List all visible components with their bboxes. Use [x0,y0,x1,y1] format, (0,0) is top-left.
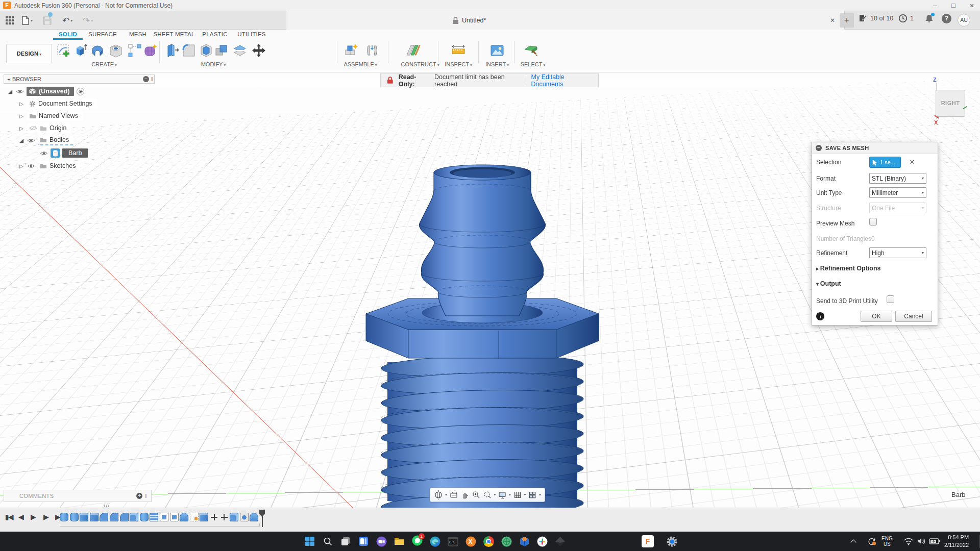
tab-plastic[interactable]: PLASTIC [202,31,227,37]
timeline-feature-cylinder[interactable] [140,513,149,521]
chevron-down-icon[interactable] [445,493,447,497]
chevron-down-icon[interactable] [509,493,511,497]
combine-button[interactable] [213,42,230,59]
timeline-feature-combine[interactable] [230,513,238,521]
create-form-button[interactable] [141,42,159,59]
timeline-feature-dome[interactable] [250,513,258,521]
chevron-down-icon[interactable] [494,493,496,497]
timeline-feature-coil[interactable] [150,513,158,521]
tab-sheet-metal[interactable]: SHEET METAL [153,31,194,37]
notifications-button[interactable] [925,14,934,24]
group-label-assemble[interactable]: ASSEMBLE [344,61,377,67]
move-copy-button[interactable] [250,42,267,59]
save-button[interactable] [43,14,52,27]
cube-modeling-app-icon[interactable] [518,535,531,548]
job-status-button[interactable]: 10 of 10 [859,14,893,22]
search-icon[interactable] [321,535,334,548]
info-icon[interactable] [816,312,824,320]
close-button[interactable] [964,0,980,11]
look-at-button[interactable] [449,490,458,499]
undo-button[interactable]: ↶▾ [62,14,72,27]
expand-icon[interactable]: ◢ [7,88,13,95]
document-tab[interactable]: Untitled* [286,11,845,30]
redo-button[interactable]: ↷▾ [83,14,93,27]
timeline-feature-fillet[interactable] [100,513,108,521]
preview-mesh-checkbox[interactable] [869,218,877,226]
diamond-app-icon[interactable] [553,535,567,548]
whatsapp-icon[interactable]: 1 [410,535,424,548]
group-label-inspect[interactable]: INSPECT [445,61,472,67]
timeline-feature-pattern[interactable] [170,513,179,521]
terminal-icon[interactable]: C:\_ [446,535,459,548]
battery-icon[interactable] [929,532,940,551]
chevron-down-icon[interactable] [539,493,541,497]
zoom-button[interactable] [472,490,481,499]
comments-grip[interactable]: ‖ [144,493,147,499]
expand-icon[interactable]: ▷ [18,101,24,107]
group-label-insert[interactable]: INSERT [485,61,509,67]
tab-solid[interactable]: SOLID [59,31,77,37]
help-button[interactable] [942,14,951,23]
timeline-step-back-button[interactable] [18,513,23,521]
visibility-eye-icon[interactable] [16,89,24,94]
green-sphere-app-icon[interactable] [500,535,513,548]
timeline-feature-extrude[interactable] [90,513,99,521]
tab-surface[interactable]: SURFACE [88,31,117,37]
orbit-button[interactable] [434,490,443,499]
visibility-off-eye-icon[interactable] [29,125,37,131]
timeline-feature-dome[interactable] [180,513,188,521]
create-sketch-button[interactable] [55,42,72,59]
insert-image-button[interactable] [488,42,506,59]
cancel-button[interactable]: Cancel [895,311,932,322]
slack-icon[interactable] [535,535,549,548]
group-label-select[interactable]: SELECT [521,61,546,67]
chrome-icon[interactable] [482,535,495,548]
wifi-icon[interactable] [903,532,914,551]
select-button[interactable] [522,42,540,59]
expand-icon[interactable]: ▷ [18,163,24,169]
dialog-collapse-icon[interactable] [816,145,822,151]
refinement-options-section[interactable]: Refinement Options [816,265,881,272]
browser-item-barb[interactable]: Barb [40,148,88,158]
rectangular-pattern-button[interactable] [126,42,143,59]
workspace-selector[interactable]: DESIGN [6,44,52,63]
timeline-feature-sketch[interactable] [190,513,199,521]
browser-header[interactable]: BROWSER ‖ [4,74,155,84]
new-tab-button[interactable] [840,13,854,28]
timeline-feature-move[interactable] [210,513,218,521]
joint-button[interactable] [363,42,381,59]
tray-expand-button[interactable] [851,532,855,551]
expand-icon[interactable]: ▷ [18,113,24,119]
browser-item-sketches[interactable]: ▷ Sketches [18,161,80,171]
viewport-canvas[interactable]: Read-Only: Document limit has been reach… [0,72,980,508]
timeline-feature-hole[interactable] [240,513,249,521]
chevron-down-icon[interactable] [524,493,526,497]
tab-mesh[interactable]: MESH [129,31,146,37]
timeline-feature-pattern[interactable] [160,513,168,521]
timeline-feature-extrude[interactable] [200,513,208,521]
refinement-dropdown[interactable]: High [869,247,926,258]
volume-icon[interactable] [917,532,926,551]
viewports-button[interactable] [528,490,537,499]
visibility-eye-icon[interactable] [27,163,35,169]
extrude-button[interactable] [72,42,89,59]
widgets-icon[interactable] [357,535,370,548]
fillet-button[interactable] [180,42,198,59]
timeline-feature-cylinder[interactable] [60,513,68,521]
timeline-step-forward-button[interactable] [43,513,48,521]
measure-button[interactable] [450,42,467,59]
group-label-construct[interactable]: CONSTRUCT [401,61,439,67]
task-view-icon[interactable] [339,535,352,548]
timeline-feature-fillet[interactable] [120,513,129,521]
hole-button[interactable] [107,42,125,59]
send-to-3d-print-checkbox[interactable] [887,295,894,303]
construct-plane-button[interactable] [404,42,422,59]
collapse-panel-icon[interactable] [7,77,9,82]
update-sync-icon[interactable] [867,532,877,551]
xampp-icon[interactable]: X [464,535,477,548]
fusion-360-taskbar-icon[interactable]: F [641,535,654,548]
start-button[interactable] [303,535,316,548]
chat-icon[interactable] [375,535,388,548]
group-label-modify[interactable]: MODIFY [201,61,226,67]
timeline-go-to-start-button[interactable] [5,513,12,521]
